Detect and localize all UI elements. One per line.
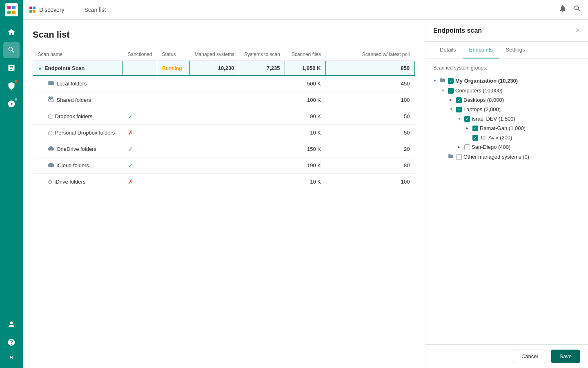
sidebar-item-discovery[interactable] xyxy=(3,42,20,58)
tree-node-san-diego[interactable]: ▶ San-Diego (400) xyxy=(458,142,580,152)
checkbox-computers[interactable]: — xyxy=(448,88,454,94)
tree-node-laptops[interactable]: ▼ — Laptops (2,000) xyxy=(450,105,580,114)
scanned-latest-4: 20 xyxy=(326,141,415,157)
icloud-icon xyxy=(48,162,54,169)
sidebar-item-policies[interactable] xyxy=(3,78,20,94)
dropbox2-icon: ⬡ xyxy=(48,130,53,136)
scanned-files-5: 190 K xyxy=(285,157,326,174)
sidebar-item-reports[interactable] xyxy=(3,60,20,76)
tree-toggle-desktops[interactable]: ▶ xyxy=(450,98,454,102)
sidebar-item-help[interactable] xyxy=(3,334,20,350)
panel-title: Endpoints scan xyxy=(433,27,482,34)
tree-toggle-israel-dev[interactable]: ▼ xyxy=(458,117,463,121)
table-row[interactable]: ⬡ Dropbox folders ✓ 90 K 50 xyxy=(33,108,415,125)
sidebar xyxy=(0,0,23,368)
notification-icon[interactable] xyxy=(559,4,567,15)
sanctioned-cross-6: ✗ xyxy=(128,178,133,185)
tree-toggle-san-diego[interactable]: ▶ xyxy=(458,145,463,149)
tree-toggle-computers[interactable]: ▼ xyxy=(441,89,446,92)
row-name-5: iCloud folders xyxy=(57,162,89,168)
sidebar-item-schedule[interactable] xyxy=(3,96,20,112)
col-scan-name: Scan name xyxy=(33,48,123,61)
cancel-button[interactable]: Cancel xyxy=(513,350,546,363)
panel-footer: Cancel Save xyxy=(425,344,588,368)
tree-label-laptops: Laptops (2,000) xyxy=(463,106,501,112)
scanned-files-0: 500 K xyxy=(285,76,326,92)
endpoints-sanctioned xyxy=(123,61,157,76)
table-row-endpoints[interactable]: ▲ Endpoints Scan Running 10,230 7,235 1,… xyxy=(33,61,415,76)
idrive-icon: ⊕ xyxy=(48,179,52,185)
tree-node-ramat-gan[interactable]: ▶ ✓ Ramat-Gan (1,000) xyxy=(466,123,580,133)
tab-details[interactable]: Details xyxy=(433,42,463,58)
tree-label-tel-aviv: Tel-Aviv (200) xyxy=(480,135,512,141)
col-to-scan: Systems to scan xyxy=(239,48,285,61)
search-icon[interactable] xyxy=(573,4,581,15)
scanned-files-2: 90 K xyxy=(285,108,326,125)
row-name-1: Shared folders xyxy=(57,97,91,103)
col-status: Status xyxy=(157,48,190,61)
right-panel: Endpoints scan × Details Endpoints Setti… xyxy=(425,20,588,368)
tree-node-tel-aviv[interactable]: ✓ Tel-Aviv (200) xyxy=(466,133,580,142)
folder-other-icon xyxy=(448,153,454,160)
checkbox-israel-dev[interactable]: ✓ xyxy=(464,116,470,122)
tree-toggle-laptops[interactable]: ▼ xyxy=(450,108,454,111)
table-row[interactable]: iCloud folders ✓ 190 K 80 xyxy=(33,157,415,174)
endpoints-managed: 10,230 xyxy=(190,61,239,76)
topbar-app[interactable]: Discovery xyxy=(29,7,74,13)
app-logo[interactable] xyxy=(5,3,18,16)
scanned-latest-3: 50 xyxy=(326,125,415,141)
dropbox-icon: ⬡ xyxy=(48,113,53,120)
tree-toggle-organization[interactable]: ▼ xyxy=(433,79,438,83)
system-groups-tree: ▼ ✓ My Organization (10,230) ▼ — Compute… xyxy=(433,76,580,162)
tree-node-israel-dev[interactable]: ▼ ✓ Israel DEV (1,500) xyxy=(458,114,580,123)
checkbox-laptops[interactable]: — xyxy=(456,107,462,112)
svg-rect-2 xyxy=(7,11,11,14)
tree-node-computers[interactable]: ▼ — Computers (10,000) xyxy=(441,86,580,95)
endpoints-scanned-files: 1,050 K xyxy=(285,61,326,76)
tab-endpoints[interactable]: Endpoints xyxy=(463,42,499,58)
tree-node-other[interactable]: ▶ Other managed systems (0) xyxy=(441,152,580,162)
table-row[interactable]: Local folders 500 K 450 xyxy=(33,76,415,92)
checkbox-san-diego[interactable] xyxy=(464,144,470,150)
table-row[interactable]: OneDrive folders ✓ 150 K 20 xyxy=(33,141,415,157)
svg-rect-1 xyxy=(12,6,16,9)
tree-toggle-ramat-gan[interactable]: ▶ xyxy=(466,126,471,130)
scanned-files-3: 10 K xyxy=(285,125,326,141)
main-area: Discovery Scan list Scan list Scan name … xyxy=(23,0,588,368)
onedrive-icon xyxy=(48,145,54,153)
endpoints-toggle-icon[interactable]: ▲ xyxy=(38,66,42,70)
scan-table: Scan name Sanctioned Status Managed syst… xyxy=(33,48,415,190)
sidebar-item-user[interactable] xyxy=(3,316,20,332)
topbar: Discovery Scan list xyxy=(23,0,588,20)
endpoints-status: Running xyxy=(162,65,182,71)
content-area: Scan list Scan name Sanctioned Status Ma… xyxy=(23,20,588,368)
checkbox-tel-aviv[interactable]: ✓ xyxy=(472,135,478,141)
row-name-2: Dropbox folders xyxy=(55,113,93,119)
svg-rect-0 xyxy=(7,6,11,9)
tree-label-computers: Computers (10,000) xyxy=(455,88,503,94)
topbar-page-title: Scan list xyxy=(84,7,106,13)
panel-close-button[interactable]: × xyxy=(575,26,580,35)
checkbox-organization[interactable]: ✓ xyxy=(448,78,454,84)
checkbox-other[interactable] xyxy=(456,154,462,160)
tree-node-organization[interactable]: ▼ ✓ My Organization (10,230) xyxy=(433,76,580,86)
folder-org-icon xyxy=(440,77,445,84)
col-scanned-latest: Scanned w/ latest poli xyxy=(326,48,415,61)
table-row[interactable]: ⊕ iDrive folders ✗ 10 K 100 xyxy=(33,174,415,190)
checkbox-ramat-gan[interactable]: ✓ xyxy=(472,126,478,131)
table-row[interactable]: Shared folders 100 K 100 xyxy=(33,92,415,108)
content-main: Scan list Scan name Sanctioned Status Ma… xyxy=(23,20,425,368)
sidebar-expand[interactable] xyxy=(5,351,18,365)
tree-label-other: Other managed systems (0) xyxy=(463,154,529,160)
scanned-files-4: 150 K xyxy=(285,141,326,157)
tree-node-desktops[interactable]: ▶ ✓ Desktops (8,000) xyxy=(450,95,580,105)
save-button[interactable]: Save xyxy=(551,350,580,363)
sidebar-item-home[interactable] xyxy=(3,24,20,40)
tree-label-israel-dev: Israel DEV (1,500) xyxy=(472,116,515,122)
scanned-files-6: 10 K xyxy=(285,174,326,190)
sanctioned-cross-3: ✗ xyxy=(128,129,133,136)
tab-settings[interactable]: Settings xyxy=(499,42,532,58)
table-row[interactable]: ⬡ Personal Dropbox folders ✗ 10 K 50 xyxy=(33,125,415,141)
tree-label-organization: My Organization (10,230) xyxy=(455,78,518,84)
checkbox-desktops[interactable]: ✓ xyxy=(456,97,462,103)
